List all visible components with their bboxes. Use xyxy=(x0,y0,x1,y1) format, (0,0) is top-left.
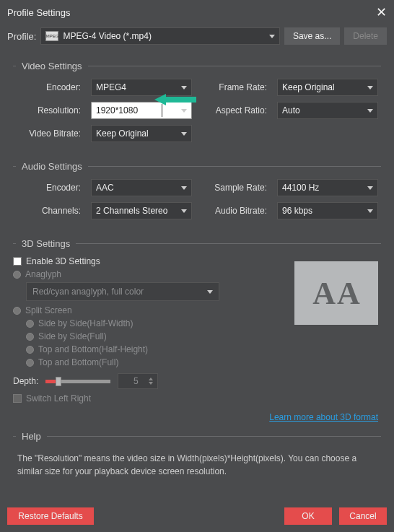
video-encoder-label: Encoder: xyxy=(13,82,81,92)
chevron-down-icon xyxy=(181,109,187,113)
learn-more-link[interactable]: Learn more about 3D format xyxy=(269,412,378,422)
chevron-down-icon xyxy=(367,109,373,113)
video-encoder-select[interactable]: MPEG4 xyxy=(91,79,192,96)
chevron-down-icon xyxy=(367,209,373,213)
chevron-down-icon xyxy=(181,209,187,213)
restore-defaults-button[interactable]: Restore Defaults xyxy=(7,507,94,525)
frame-rate-label: Frame Rate: xyxy=(202,82,267,92)
depth-slider xyxy=(45,380,110,383)
anaglyph-mode-select: Red/cyan anaglyph, full color xyxy=(26,282,219,301)
profile-select[interactable]: MPEG MPEG-4 Video (*.mp4) xyxy=(40,27,279,45)
switch-lr-checkbox: Switch Left Right xyxy=(13,393,381,404)
sample-rate-label: Sample Rate: xyxy=(202,183,267,193)
3d-section-header: 3D Settings xyxy=(13,238,381,249)
help-text: The "Resolution" means the video size in… xyxy=(13,449,381,481)
audio-bitrate-label: Audio Bitrate: xyxy=(202,206,267,216)
sample-rate-select[interactable]: 44100 Hz xyxy=(277,179,378,196)
3d-preview: AA xyxy=(294,261,378,325)
aspect-ratio-label: Aspect Ratio: xyxy=(202,105,267,115)
ok-button[interactable]: OK xyxy=(284,507,332,525)
close-icon[interactable]: ✕ xyxy=(376,6,387,19)
profile-label: Profile: xyxy=(7,31,36,42)
delete-button: Delete xyxy=(344,27,387,45)
resolution-input[interactable]: 1920*1080 xyxy=(91,102,192,119)
chevron-down-icon xyxy=(181,186,187,190)
chevron-down-icon xyxy=(367,86,373,90)
chevron-down-icon xyxy=(181,132,187,136)
audio-encoder-select[interactable]: AAC xyxy=(91,179,192,196)
depth-spinner: 5 xyxy=(118,373,158,389)
frame-rate-select[interactable]: Keep Original xyxy=(277,79,378,96)
channels-select[interactable]: 2 Channels Stereo xyxy=(91,202,192,219)
save-as-button[interactable]: Save as... xyxy=(284,27,340,45)
chevron-down-icon xyxy=(181,86,187,90)
window-title: Profile Settings xyxy=(7,7,70,18)
audio-encoder-label: Encoder: xyxy=(13,183,81,193)
video-bitrate-label: Video Bitrate: xyxy=(13,128,81,139)
tb-half-radio: Top and Bottom(Half-Height) xyxy=(26,344,381,354)
help-section-header: Help xyxy=(13,431,381,442)
sbs-full-radio: Side by Side(Full) xyxy=(26,331,381,341)
resolution-label: Resolution: xyxy=(13,105,81,115)
video-bitrate-select[interactable]: Keep Original xyxy=(91,125,192,142)
format-icon: MPEG xyxy=(45,31,58,41)
channels-label: Channels: xyxy=(13,206,81,216)
cancel-button[interactable]: Cancel xyxy=(339,507,387,525)
text-cursor xyxy=(162,104,162,117)
audio-bitrate-select[interactable]: 96 kbps xyxy=(277,202,378,219)
tb-full-radio: Top and Bottom(Full) xyxy=(26,357,381,367)
video-section-header: Video Settings xyxy=(13,61,381,71)
chevron-down-icon xyxy=(367,186,373,190)
chevron-down-icon xyxy=(207,290,213,294)
audio-section-header: Audio Settings xyxy=(13,161,381,172)
depth-label: Depth: xyxy=(13,376,38,386)
chevron-down-icon xyxy=(269,35,275,38)
profile-value: MPEG-4 Video (*.mp4) xyxy=(63,31,264,41)
aspect-ratio-select[interactable]: Auto xyxy=(277,102,378,119)
